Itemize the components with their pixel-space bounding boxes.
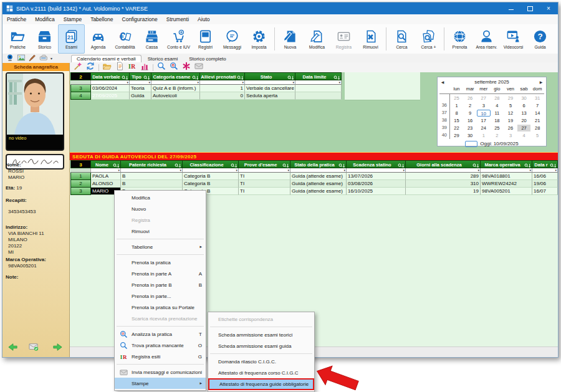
- column-header-giorni-alla-scadenza[interactable]: Giorni alla scadenza: [406, 160, 481, 168]
- table-cell[interactable]: Categoria B: [183, 173, 239, 180]
- table-cell[interactable]: 03/08/2026: [347, 180, 406, 188]
- calendar-day[interactable]: 5: [530, 132, 544, 139]
- menu-stampe[interactable]: Stampe: [59, 16, 86, 22]
- calendar-day[interactable]: 27: [517, 125, 531, 131]
- column-header-data-limite[interactable]: Data limite: [295, 72, 342, 80]
- open-folder-icon[interactable]: [103, 62, 112, 73]
- toolbar-button-area-riserv[interactable]: Area riserv.: [473, 24, 500, 54]
- close-button[interactable]: ×: [539, 2, 558, 14]
- calendar-day[interactable]: 25: [450, 95, 464, 102]
- table-cell[interactable]: TI: [239, 188, 290, 195]
- table-row[interactable]: 303/06/2024TeoriaQuiz A e B (inform.)1Ve…: [70, 85, 342, 92]
- menu-item-prenota-in-parte[interactable]: Prenota in parte...: [115, 290, 206, 302]
- table-cell[interactable]: 310: [406, 180, 481, 188]
- calendar-day[interactable]: 13: [517, 110, 531, 117]
- scanner-icon[interactable]: [39, 53, 48, 64]
- calendar-day[interactable]: 3: [504, 132, 517, 139]
- menu-aiuto[interactable]: Aiuto: [193, 16, 214, 22]
- table-cell[interactable]: 98VA005201: [481, 188, 532, 195]
- calendar-prev-icon[interactable]: ◀: [438, 80, 448, 84]
- calendar-day[interactable]: 31: [530, 95, 544, 102]
- menu-item-nuovo[interactable]: Nuovo: [115, 203, 206, 214]
- toolbar-button-videocorsi[interactable]: Videocorsi: [500, 24, 527, 54]
- toolbar-button-storico[interactable]: Storico: [31, 24, 58, 54]
- menu-item-analizza-la-pratica[interactable]: Analizza la praticaT: [115, 328, 206, 340]
- column-header-classificazione[interactable]: Classificazione: [183, 160, 239, 168]
- row-index[interactable]: 3: [70, 85, 91, 92]
- table-cell[interactable]: 16/07: [532, 188, 558, 195]
- filter-cell[interactable]: ▾: [91, 168, 121, 173]
- ir-icon[interactable]: IR: [128, 62, 137, 73]
- table-cell[interactable]: Guida (attende esame): [290, 180, 347, 188]
- calendar-day[interactable]: 10: [477, 110, 491, 117]
- calendar-day[interactable]: 28: [530, 125, 544, 131]
- menu-configurazione[interactable]: Configurazione: [118, 16, 162, 22]
- filter-cell[interactable]: ▾: [200, 80, 245, 85]
- toolbar-button-modifica[interactable]: Modifica: [304, 24, 330, 54]
- menu-pratiche[interactable]: Pratiche: [2, 16, 31, 22]
- toolbar-button-imposta[interactable]: Imposta: [246, 24, 272, 54]
- calendar-day[interactable]: 12: [504, 110, 517, 117]
- table-cell[interactable]: Quiz A e B (inform.): [151, 85, 200, 92]
- filter-cell[interactable]: ▾: [532, 168, 558, 173]
- column-header-prove-d-esame[interactable]: Prove d'esame: [239, 160, 290, 168]
- row-index[interactable]: 2: [70, 180, 91, 188]
- column-header-data-verbale[interactable]: Data verbale: [91, 72, 130, 80]
- mail-check-icon[interactable]: [29, 342, 39, 351]
- calendar-day[interactable]: 19: [504, 117, 517, 124]
- toolbar-button-registri[interactable]: Registri: [192, 24, 219, 54]
- column-header-patente-richiesta[interactable]: Patente richiesta: [121, 160, 183, 168]
- calendar-day[interactable]: 4: [517, 132, 531, 139]
- toolbar-button-registra[interactable]: Registra: [330, 24, 357, 54]
- table-cell[interactable]: [295, 85, 342, 92]
- table-cell[interactable]: WWREW24242: [481, 180, 532, 188]
- menu-item-scheda-ammissione-esami-teorici[interactable]: Scheda ammissione esami teorici: [208, 329, 314, 340]
- menu-item-attestato-di-frequenza-guide-obbligatorie[interactable]: Attestato di frequenza guide obbligatori…: [208, 378, 314, 390]
- menu-item-registra[interactable]: Registra: [115, 214, 206, 226]
- calendar-day[interactable]: 26: [463, 95, 477, 102]
- row-index[interactable]: 4: [70, 92, 91, 100]
- asterisk-icon[interactable]: [182, 62, 191, 73]
- calendar-day[interactable]: 29: [450, 132, 464, 139]
- menu-item-invia-messaggi-e-comunicazioni[interactable]: Invia messaggi e comunicazioni: [115, 366, 206, 378]
- table-cell[interactable]: Categoria B: [183, 180, 239, 188]
- calendar-day[interactable]: 9: [463, 110, 477, 117]
- table-cell[interactable]: [295, 92, 342, 100]
- toolbar-button-guida[interactable]: ?Guida: [527, 24, 554, 54]
- filter-cell[interactable]: ▾: [245, 80, 295, 85]
- menu-item-etichette-corrispondenza[interactable]: Etichette corrispondenza: [208, 313, 314, 325]
- table-cell[interactable]: 03/06/2024: [91, 85, 130, 92]
- filter-cell[interactable]: ▾: [91, 80, 130, 85]
- filter-cell[interactable]: ▾: [481, 168, 532, 173]
- calendar-day[interactable]: 24: [477, 125, 491, 131]
- table-cell[interactable]: Autoveicoli: [151, 92, 200, 100]
- menu-item-prenota-in-parte-a[interactable]: Prenota in parte AA: [115, 268, 206, 279]
- menu-item-modifica[interactable]: Modifica: [115, 192, 206, 203]
- calendar-day[interactable]: 25: [491, 125, 504, 131]
- table-cell[interactable]: 0: [200, 92, 245, 100]
- column-header-stato-della-pratica[interactable]: Stato della pratica: [290, 160, 347, 168]
- calendar-next-icon[interactable]: ▶: [536, 80, 546, 84]
- brush-icon[interactable]: [28, 53, 37, 64]
- table-cell[interactable]: 19/06: [532, 180, 558, 188]
- document-icon[interactable]: [115, 62, 124, 73]
- filter-cell[interactable]: ▾: [151, 80, 200, 85]
- calendar-day[interactable]: 5: [504, 102, 517, 109]
- column-header-allievi-prenotati[interactable]: Allievi prenotati: [200, 72, 245, 80]
- tab-storico-completo[interactable]: Storico completo: [184, 55, 231, 62]
- zoom-icon[interactable]: [157, 62, 166, 73]
- filter-cell[interactable]: ▾: [130, 80, 151, 85]
- next-record-button[interactable]: [52, 342, 63, 351]
- filter-cell[interactable]: ▾: [406, 168, 481, 173]
- menu-strumenti[interactable]: Strumenti: [162, 16, 193, 22]
- calendar-day[interactable]: 28: [491, 95, 504, 102]
- menu-item-registra-esiti[interactable]: IRRegistra esitiG: [115, 351, 206, 362]
- chevron-down-icon[interactable]: ▾: [50, 56, 52, 60]
- table-cell[interactable]: Verbale da cancellare: [245, 85, 295, 92]
- filter-cell[interactable]: ▾: [295, 80, 342, 85]
- calendar-day[interactable]: 4: [491, 102, 504, 109]
- table-cell[interactable]: Guida (attende esame): [290, 173, 347, 180]
- calendar-day[interactable]: 1: [450, 102, 464, 109]
- column-header-data-r[interactable]: Data r: [532, 160, 558, 168]
- calendar-day[interactable]: 11: [491, 110, 504, 117]
